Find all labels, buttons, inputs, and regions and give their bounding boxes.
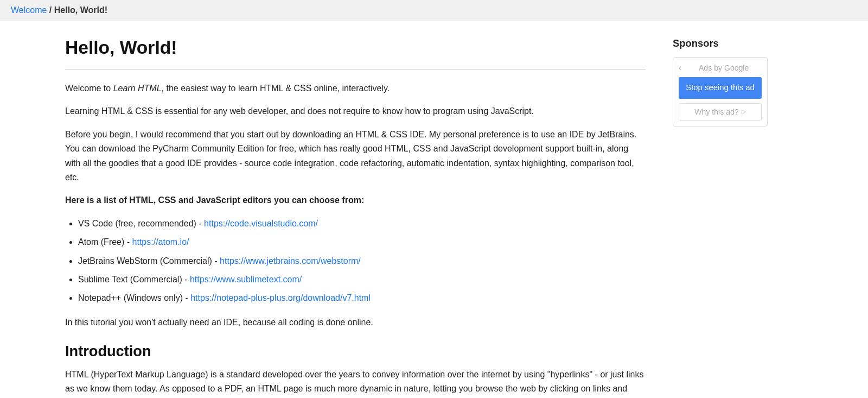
list-item: VS Code (free, recommended) - https://co… — [78, 217, 646, 231]
editors-heading-text: Here is a list of HTML, CSS and JavaScri… — [65, 195, 364, 205]
html-css-paragraph: Learning HTML & CSS is essential for any… — [65, 104, 646, 118]
intro-paragraph: Welcome to Learn HTML, the easiest way t… — [65, 81, 646, 96]
sublime-link[interactable]: https://www.sublimetext.com/ — [190, 275, 302, 284]
list-item: JetBrains WebStorm (Commercial) - https:… — [78, 254, 646, 268]
introduction-paragraph: HTML (HyperText Markup Language) is a st… — [65, 368, 646, 398]
page-title: Hello, World! — [65, 37, 646, 58]
vscode-label: VS Code (free, recommended) - — [78, 219, 204, 228]
breadcrumb-current: Hello, World! — [54, 5, 107, 15]
introduction-heading: Introduction — [65, 343, 646, 360]
intro-prefix: Welcome to — [65, 84, 113, 93]
editors-list: VS Code (free, recommended) - https://co… — [78, 217, 646, 306]
ad-back-arrow[interactable]: ‹ — [679, 63, 681, 73]
atom-label: Atom (Free) - — [78, 237, 132, 247]
list-item: Sublime Text (Commercial) - https://www.… — [78, 273, 646, 287]
editors-heading: Here is a list of HTML, CSS and JavaScri… — [65, 193, 646, 207]
why-this-ad-button[interactable]: Why this ad? ▷ — [679, 103, 762, 121]
main-content: Hello, World! Welcome to Learn HTML, the… — [65, 21, 662, 398]
breadcrumb-bar: Welcome / Hello, World! — [0, 0, 868, 21]
ad-header: ‹ Ads by Google — [679, 63, 762, 73]
intro-italic: Learn HTML — [113, 84, 162, 93]
ad-box: ‹ Ads by Google Stop seeing this ad Why … — [673, 57, 768, 127]
breadcrumb-separator: / — [49, 5, 54, 15]
notepad-label: Notepad++ (Windows only) - — [78, 293, 190, 302]
stop-seeing-ad-button[interactable]: Stop seeing this ad — [679, 77, 762, 98]
sublime-label: Sublime Text (Commercial) - — [78, 275, 190, 284]
no-ide-note: In this tutorial you won't actually need… — [65, 315, 646, 330]
breadcrumb-home-link[interactable]: Welcome — [11, 5, 47, 15]
why-this-ad-label: Why this ad? — [694, 108, 738, 116]
intro-suffix: , the easiest way to learn HTML & CSS on… — [162, 84, 390, 93]
webstorm-label: JetBrains WebStorm (Commercial) - — [78, 256, 220, 266]
why-this-ad-icon: ▷ — [742, 108, 746, 115]
webstorm-link[interactable]: https://www.jetbrains.com/webstorm/ — [220, 256, 361, 266]
vscode-link[interactable]: https://code.visualstudio.com/ — [204, 219, 318, 228]
sidebar: Sponsors ‹ Ads by Google Stop seeing thi… — [662, 21, 770, 398]
ads-by-google-label: Ads by Google — [686, 63, 762, 73]
title-divider — [65, 69, 646, 70]
atom-link[interactable]: https://atom.io/ — [132, 237, 189, 247]
ide-paragraph: Before you begin, I would recommend that… — [65, 128, 646, 185]
notepad-link[interactable]: https://notepad-plus-plus.org/download/v… — [190, 293, 371, 302]
sponsors-title: Sponsors — [673, 37, 770, 49]
list-item: Notepad++ (Windows only) - https://notep… — [78, 291, 646, 305]
list-item: Atom (Free) - https://atom.io/ — [78, 235, 646, 249]
